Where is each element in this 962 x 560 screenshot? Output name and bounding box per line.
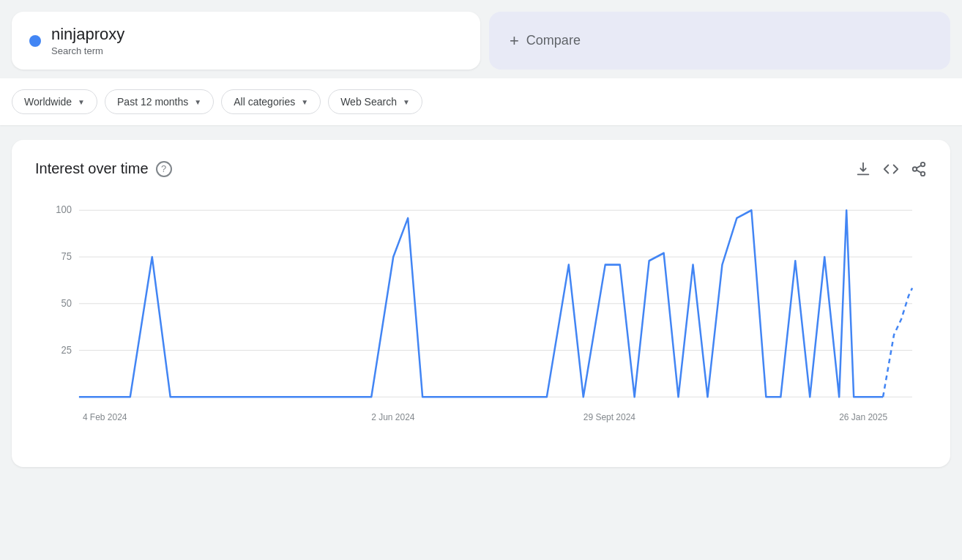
- svg-text:25: 25: [61, 344, 71, 355]
- chevron-down-icon: ▼: [403, 98, 410, 106]
- svg-text:26 Jan 2025: 26 Jan 2025: [839, 412, 887, 422]
- svg-text:4 Feb 2024: 4 Feb 2024: [83, 412, 127, 422]
- chart-header: Interest over time ?: [35, 160, 927, 177]
- svg-text:29 Sept 2024: 29 Sept 2024: [583, 412, 635, 422]
- filter-category-label: All categories: [234, 96, 295, 108]
- svg-text:75: 75: [61, 251, 71, 262]
- filter-timeframe[interactable]: Past 12 months ▼: [105, 89, 214, 114]
- help-icon[interactable]: ?: [156, 161, 172, 177]
- term-name: ninjaproxy: [51, 25, 124, 44]
- filter-location-label: Worldwide: [24, 96, 72, 108]
- term-info: ninjaproxy Search term: [51, 25, 124, 56]
- filters-bar: Worldwide ▼ Past 12 months ▼ All categor…: [0, 78, 962, 125]
- chevron-down-icon: ▼: [78, 98, 85, 106]
- top-section: ninjaproxy Search term + Compare: [0, 0, 962, 78]
- filter-search-type[interactable]: Web Search ▼: [328, 89, 422, 114]
- chart-actions: [855, 161, 927, 177]
- term-color-dot: [29, 35, 41, 47]
- chart-title-group: Interest over time ?: [35, 160, 172, 177]
- embed-icon[interactable]: [883, 161, 899, 177]
- chart-title: Interest over time: [35, 160, 149, 177]
- compare-plus-icon: +: [510, 31, 519, 51]
- interest-chart: 100 75 50 25 4 Feb 2024 2 Jun 2024 29 Se…: [35, 195, 927, 444]
- download-icon[interactable]: [855, 161, 871, 177]
- chart-card: Interest over time ?: [12, 140, 950, 467]
- svg-line-3: [917, 170, 921, 173]
- compare-label: Compare: [526, 33, 581, 48]
- term-type: Search term: [51, 45, 124, 56]
- svg-text:100: 100: [56, 204, 72, 215]
- main-content: Interest over time ?: [0, 128, 962, 479]
- svg-text:2 Jun 2024: 2 Jun 2024: [371, 412, 414, 422]
- filter-location[interactable]: Worldwide ▼: [12, 89, 97, 114]
- svg-text:50: 50: [61, 298, 71, 309]
- filter-search-type-label: Web Search: [340, 96, 397, 108]
- filter-category[interactable]: All categories ▼: [221, 89, 321, 114]
- search-term-card: ninjaproxy Search term: [12, 12, 480, 70]
- chart-area: 100 75 50 25 4 Feb 2024 2 Jun 2024 29 Se…: [35, 195, 927, 444]
- chevron-down-icon: ▼: [194, 98, 201, 106]
- share-icon[interactable]: [911, 161, 927, 177]
- svg-line-4: [917, 165, 921, 168]
- filter-timeframe-label: Past 12 months: [117, 96, 188, 108]
- compare-card[interactable]: + Compare: [489, 12, 950, 70]
- chevron-down-icon: ▼: [301, 98, 308, 106]
